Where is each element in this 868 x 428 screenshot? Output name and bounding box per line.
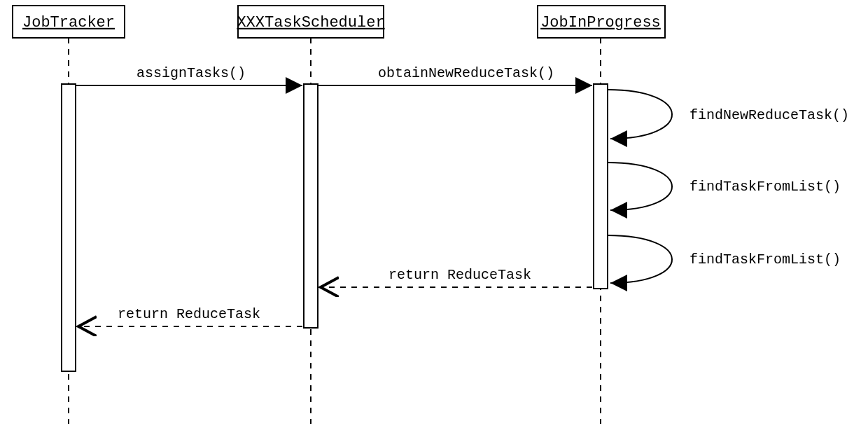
- self-message-label-findnewreducetask: findNewReduceTask(): [690, 107, 849, 123]
- self-message-label-findtaskfromlist-2: findTaskFromList(): [690, 251, 841, 268]
- self-message-label-findtaskfromlist-1: findTaskFromList(): [690, 179, 841, 195]
- self-message-findtaskfromlist-2: [608, 235, 672, 283]
- self-message-findnewreducetask: [608, 90, 672, 139]
- activation-scheduler: [304, 84, 318, 328]
- participant-label-scheduler: XXXTaskScheduler: [237, 14, 384, 32]
- message-label-obtainnewreducetask: obtainNewReduceTask(): [378, 65, 554, 81]
- message-label-assigntasks: assignTasks(): [136, 65, 246, 81]
- activation-jobinprogress: [594, 84, 608, 289]
- participant-label-jobinprogress: JobInProgress: [540, 14, 661, 32]
- self-message-findtaskfromlist-1: [608, 163, 672, 210]
- return-label-reducetask-2: return ReduceTask: [118, 306, 260, 322]
- participant-label-jobtracker: JobTracker: [22, 14, 115, 32]
- return-label-reducetask-1: return ReduceTask: [388, 267, 531, 283]
- activation-jobtracker: [62, 84, 76, 371]
